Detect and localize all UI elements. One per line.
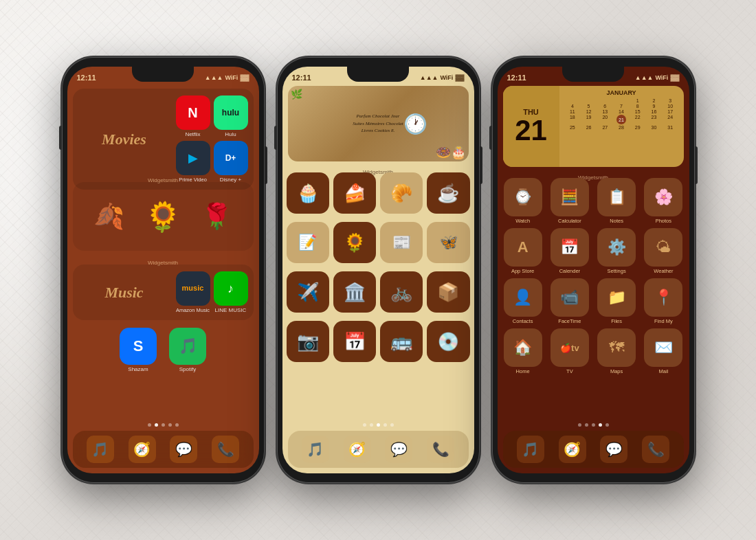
files-app[interactable]: 📁 Files <box>595 278 638 324</box>
music-row-2: S Shazam 🎵 Spotify <box>73 328 254 372</box>
dock-messages-1[interactable]: 💬 <box>170 436 197 463</box>
maps-icon: 🗺 <box>597 328 636 367</box>
clock-decor: 🕐 <box>403 113 427 135</box>
phone-1: 12:11 ▲▲▲ WiFi ▓▓ Movies N Netflix <box>62 57 265 483</box>
cal-cell: 16 <box>646 109 662 114</box>
dock-music-1[interactable]: 🎵 <box>87 436 114 463</box>
app-p2-1[interactable]: 🧁 <box>287 172 329 214</box>
app-p2-13[interactable]: 📷 <box>287 321 329 362</box>
settings-app[interactable]: ⚙️ Settings <box>595 228 638 274</box>
home-app[interactable]: 🏠 Home <box>502 328 544 374</box>
spotify-app[interactable]: 🎵 Spotify <box>169 328 206 372</box>
movies-label-container: Movies <box>78 131 170 148</box>
dock-phone-2[interactable]: 📞 <box>427 436 454 463</box>
shazam-app[interactable]: S Shazam <box>120 328 157 372</box>
appstore-app[interactable]: A App Store <box>502 228 544 274</box>
cal-cell: 12 <box>581 109 597 114</box>
cal-cell: 25 <box>565 125 581 130</box>
app-p2-6[interactable]: 🌻 <box>333 222 376 263</box>
amazon-music-app[interactable]: music Amazon Music <box>176 271 210 313</box>
battery-icon-1: ▓▓ <box>240 74 249 81</box>
facetime-app[interactable]: 📹 FaceTime <box>548 278 591 324</box>
amazon-music-icon: music <box>176 271 210 306</box>
contacts-app[interactable]: 👤 Contacts <box>502 278 544 324</box>
hulu-app[interactable]: hulu Hulu <box>214 95 248 137</box>
notch-3 <box>562 67 624 82</box>
dock-music-3[interactable]: 🎵 <box>517 436 544 463</box>
app-p2-4[interactable]: ☕ <box>427 172 469 214</box>
mail-icon: ✉️ <box>644 328 682 367</box>
app-p2-5[interactable]: 📝 <box>287 222 329 263</box>
dot-3-3 <box>592 423 595 427</box>
dot-2-4 <box>383 423 387 427</box>
findmy-app[interactable]: 📍 Find My <box>642 278 685 324</box>
wifi-icon-2: WiFi <box>440 74 453 81</box>
status-time-2: 12:11 <box>292 74 311 82</box>
app-p2-14[interactable]: 📅 <box>333 321 376 362</box>
amazon-music-label: Amazon Music <box>176 307 210 313</box>
dock-messages-3[interactable]: 💬 <box>600 436 627 463</box>
cal-cell: 27 <box>597 125 613 130</box>
disney-icon: D+ <box>214 141 248 175</box>
contacts-label: Contacts <box>513 318 533 324</box>
app-p2-9[interactable]: ✈️ <box>287 271 329 313</box>
appstore-label: App Store <box>511 268 534 274</box>
cal-grid-section: JANUARY 123 45678910 11121314151617 1819… <box>559 86 684 167</box>
dot-3-5 <box>605 423 609 427</box>
app-p2-2[interactable]: 🍰 <box>333 172 376 214</box>
dock-music-2[interactable]: 🎵 <box>302 436 329 463</box>
cal-cell: 6 <box>597 104 613 109</box>
calendar-app[interactable]: 📅 Calender <box>548 228 591 274</box>
dock-safari-1[interactable]: 🧭 <box>129 436 156 463</box>
cal-cell: 15 <box>630 109 645 114</box>
cal-cell: 5 <box>581 104 597 109</box>
cal-cell: 2 <box>646 98 662 103</box>
cal-cell: 18 <box>565 115 581 124</box>
notes-app[interactable]: 📋 Notes <box>595 178 638 224</box>
weather-icon: 🌤 <box>644 228 682 267</box>
signal-icon-3: ▲▲▲ <box>635 74 654 81</box>
weather-app[interactable]: 🌤 Weather <box>642 228 685 274</box>
dock-phone-3[interactable]: 📞 <box>642 436 669 463</box>
tv-app[interactable]: 🍎tv TV <box>548 328 591 374</box>
app-p2-7[interactable]: 📰 <box>380 222 423 263</box>
dock-safari-3[interactable]: 🧭 <box>559 436 586 463</box>
facetime-icon: 📹 <box>551 278 589 317</box>
app-p2-3[interactable]: 🥐 <box>380 172 423 214</box>
app-p2-15[interactable]: 🚌 <box>380 321 423 362</box>
app-grid-p2-row4: 📷 📅 🚌 💿 <box>287 321 470 362</box>
cal-cell: 23 <box>646 115 662 124</box>
music-apps-grid: music Amazon Music ♪ LINE MUSIC <box>176 271 248 313</box>
dot-1-4 <box>168 423 172 427</box>
cal-cell <box>565 98 581 103</box>
flower-1: 🍂 <box>93 202 124 231</box>
dock-messages-2[interactable]: 💬 <box>385 436 412 463</box>
cal-cell: 29 <box>630 125 645 130</box>
hulu-label: Hulu <box>225 131 236 137</box>
dot-1-1 <box>148 423 151 427</box>
cal-today: 21 <box>616 115 626 124</box>
maps-app[interactable]: 🗺 Maps <box>595 328 638 374</box>
dock-safari-2[interactable]: 🧭 <box>344 436 371 463</box>
cal-cell: 1 <box>630 98 645 103</box>
watch-app[interactable]: ⌚ Watch <box>502 178 544 224</box>
cal-month: JANUARY <box>565 89 678 96</box>
cal-cell: 26 <box>581 125 597 130</box>
app-p2-10[interactable]: 🏛️ <box>333 271 376 313</box>
netflix-app[interactable]: N Netflix <box>176 95 210 137</box>
mail-app[interactable]: ✉️ Mail <box>642 328 685 374</box>
music-widget-content: Music music Amazon Music ♪ LINE MUSIC <box>78 271 248 313</box>
line-music-app[interactable]: ♪ LINE MUSIC <box>214 271 248 313</box>
app-p2-12[interactable]: 📦 <box>427 271 469 313</box>
photos-app[interactable]: 🌸 Photos <box>642 178 685 224</box>
spice-decor: 🌿 <box>291 89 302 100</box>
calculator-app[interactable]: 🧮 Calculator <box>548 178 591 224</box>
netflix-icon: N <box>176 95 210 130</box>
spotify-icon: 🎵 <box>169 328 206 365</box>
app-p2-8[interactable]: 🦋 <box>427 222 469 263</box>
dock-3: 🎵 🧭 💬 📞 <box>503 431 684 468</box>
app-p2-11[interactable]: 🚲 <box>380 271 423 313</box>
dock-phone-1[interactable]: 📞 <box>212 436 239 463</box>
findmy-label: Find My <box>654 318 673 324</box>
app-p2-16[interactable]: 💿 <box>427 321 469 362</box>
